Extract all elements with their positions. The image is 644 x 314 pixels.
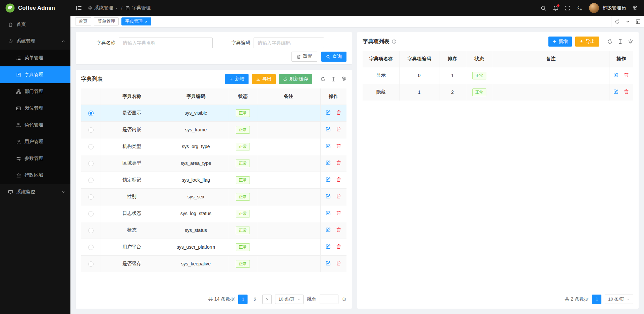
dict-item-row[interactable]: 显示01正常 bbox=[363, 67, 633, 84]
menu-fold-button[interactable] bbox=[76, 5, 82, 11]
sidebar-item-home[interactable]: 首页 bbox=[0, 16, 70, 33]
sidebar-item-menu[interactable]: 菜单管理 bbox=[0, 50, 70, 66]
page-size-select[interactable]: 10 条/页 bbox=[605, 295, 633, 304]
sidebar-item-param[interactable]: 参数管理 bbox=[0, 150, 70, 167]
notification-bell-button[interactable] bbox=[553, 5, 558, 11]
edit-icon[interactable] bbox=[613, 72, 619, 77]
status-badge: 正常 bbox=[236, 243, 250, 251]
avatar[interactable] bbox=[589, 3, 599, 13]
table-settings-icon[interactable] bbox=[341, 76, 346, 82]
row-radio[interactable] bbox=[88, 144, 94, 149]
export-dict-button[interactable]: 导出 bbox=[252, 74, 276, 84]
username[interactable]: 超级管理员 bbox=[602, 5, 626, 11]
sidebar-item-user[interactable]: 用户管理 bbox=[0, 133, 70, 150]
sidebar-item-system[interactable]: 系统管理 bbox=[0, 33, 70, 50]
layout-toggle-button[interactable] bbox=[632, 16, 644, 27]
column-settings-icon[interactable] bbox=[331, 76, 336, 82]
settings-gear-button[interactable] bbox=[632, 5, 638, 11]
sidebar-item-label: 部门管理 bbox=[24, 88, 43, 95]
tab-close-icon[interactable]: × bbox=[145, 19, 148, 24]
dict-row[interactable]: 用户平台sys_user_platform正常 bbox=[81, 239, 346, 255]
search-button[interactable] bbox=[541, 5, 546, 11]
edit-icon[interactable] bbox=[326, 210, 331, 215]
column-settings-icon[interactable] bbox=[618, 39, 623, 44]
tab-item-2[interactable]: 字典管理× bbox=[121, 17, 151, 25]
dict-row[interactable]: 区域类型sys_area_type正常 bbox=[81, 155, 346, 172]
sidebar-item-role[interactable]: 角色管理 bbox=[0, 117, 70, 133]
delete-icon[interactable] bbox=[336, 244, 341, 249]
row-radio[interactable] bbox=[88, 161, 94, 166]
edit-icon[interactable] bbox=[326, 110, 331, 115]
export-dict-item-button[interactable]: 导出 bbox=[575, 37, 599, 47]
edit-icon[interactable] bbox=[326, 194, 331, 199]
breadcrumb-item-dict[interactable]: 字典管理 bbox=[125, 5, 151, 11]
delete-icon[interactable] bbox=[336, 194, 341, 199]
add-dict-item-button[interactable]: 新增 bbox=[548, 37, 572, 47]
dict-item-row[interactable]: 隐藏12正常 bbox=[363, 84, 633, 101]
delete-icon[interactable] bbox=[336, 110, 341, 115]
delete-icon[interactable] bbox=[336, 127, 341, 132]
dict-name-input[interactable] bbox=[119, 38, 213, 48]
sidebar-item-post[interactable]: 岗位管理 bbox=[0, 100, 70, 117]
edit-icon[interactable] bbox=[326, 177, 331, 182]
row-radio[interactable] bbox=[88, 261, 94, 267]
breadcrumb-item-system[interactable]: 系统管理 bbox=[88, 5, 118, 11]
delete-icon[interactable] bbox=[624, 72, 629, 77]
edit-icon[interactable] bbox=[326, 160, 331, 165]
tab-item-1[interactable]: 菜单管理 bbox=[94, 17, 119, 25]
dict-row[interactable]: 状态sys_status正常 bbox=[81, 222, 346, 239]
edit-icon[interactable] bbox=[326, 261, 331, 266]
row-radio[interactable] bbox=[88, 194, 94, 200]
delete-icon[interactable] bbox=[336, 210, 341, 215]
dict-code-input[interactable] bbox=[254, 38, 324, 48]
edit-icon[interactable] bbox=[326, 227, 331, 232]
edit-icon[interactable] bbox=[326, 244, 331, 249]
dict-row[interactable]: 锁定标记sys_lock_flag正常 bbox=[81, 172, 346, 188]
dict-row[interactable]: 是否缓存sys_keepalive正常 bbox=[81, 255, 346, 272]
sidebar-item-dict[interactable]: 字典管理 bbox=[0, 66, 70, 83]
row-radio[interactable] bbox=[88, 111, 94, 116]
refresh-tabs-button[interactable] bbox=[611, 16, 623, 27]
tab-item-0[interactable]: 首页 bbox=[75, 17, 91, 25]
sidebar-item-monitor[interactable]: 系统监控 bbox=[0, 184, 70, 200]
dict-row[interactable]: 日志状态sys_log_status正常 bbox=[81, 205, 346, 222]
page-button-1[interactable]: 1 bbox=[592, 295, 601, 304]
refresh-cache-button[interactable]: 刷新缓存 bbox=[279, 74, 312, 84]
page-button-2[interactable]: 2 bbox=[250, 295, 260, 304]
dict-row[interactable]: 是否显示sys_visible正常 bbox=[81, 105, 346, 121]
sidebar-item-region[interactable]: 行政区域 bbox=[0, 167, 70, 184]
tab-actions-button[interactable] bbox=[623, 16, 632, 27]
reset-button[interactable]: 重置 bbox=[291, 52, 317, 62]
delete-icon[interactable] bbox=[336, 143, 341, 148]
add-dict-button[interactable]: 新增 bbox=[225, 74, 249, 84]
refresh-table-icon[interactable] bbox=[607, 39, 612, 44]
jump-page-input[interactable] bbox=[320, 295, 338, 304]
dict-row[interactable]: 是否内嵌sys_frame正常 bbox=[81, 121, 346, 138]
delete-icon[interactable] bbox=[624, 89, 629, 94]
translate-button[interactable]: 文A bbox=[577, 5, 583, 11]
refresh-table-icon[interactable] bbox=[320, 76, 326, 82]
edit-icon[interactable] bbox=[613, 89, 619, 94]
dict-row[interactable]: 性别sys_sex正常 bbox=[81, 188, 346, 205]
delete-icon[interactable] bbox=[336, 160, 341, 165]
row-radio[interactable] bbox=[88, 178, 94, 183]
logo[interactable]: Coffee Admin bbox=[0, 0, 70, 16]
page-size-select[interactable]: 10 条/页 bbox=[275, 295, 304, 304]
fullscreen-button[interactable] bbox=[565, 5, 570, 11]
delete-icon[interactable] bbox=[336, 261, 341, 266]
edit-icon[interactable] bbox=[326, 127, 331, 132]
next-page-button[interactable] bbox=[262, 295, 272, 304]
row-radio[interactable] bbox=[88, 127, 94, 133]
page-button-1[interactable]: 1 bbox=[238, 295, 248, 304]
table-settings-icon[interactable] bbox=[628, 39, 633, 44]
row-radio[interactable] bbox=[88, 245, 94, 250]
sidebar-item-dept[interactable]: 部门管理 bbox=[0, 83, 70, 100]
query-button[interactable]: 查询 bbox=[321, 52, 346, 62]
row-radio[interactable] bbox=[88, 228, 94, 233]
delete-icon[interactable] bbox=[336, 177, 341, 182]
edit-icon[interactable] bbox=[326, 143, 331, 148]
row-radio[interactable] bbox=[88, 211, 94, 216]
dict-name-cell: 用户平台 bbox=[101, 239, 163, 255]
delete-icon[interactable] bbox=[336, 227, 341, 232]
dict-row[interactable]: 机构类型sys_org_type正常 bbox=[81, 138, 346, 155]
